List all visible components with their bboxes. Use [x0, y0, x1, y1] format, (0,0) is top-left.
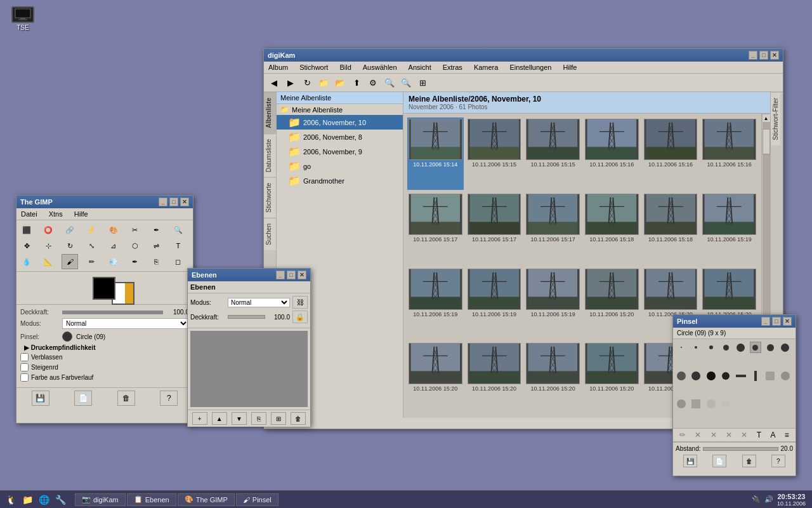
- tool-airbrush[interactable]: 💨: [105, 254, 122, 269]
- tool-measure[interactable]: 📐: [40, 254, 56, 269]
- photo-thumb[interactable]: 10.11.2006 15:17: [466, 192, 523, 265]
- tool-scissors[interactable]: ✂: [127, 222, 143, 237]
- tool-pencil[interactable]: ✏: [83, 254, 100, 269]
- help-button[interactable]: ?: [160, 391, 178, 406]
- zoom-in-button[interactable]: 🔍: [382, 75, 397, 90]
- menu-xtns[interactable]: Xtns: [47, 210, 65, 218]
- menu-extras[interactable]: Extras: [441, 63, 464, 72]
- photo-thumb[interactable]: 10.11.2006 15:16: [643, 117, 699, 190]
- menu-stichwort[interactable]: Stichwort: [298, 63, 330, 72]
- btn-action-8[interactable]: ≡: [785, 431, 789, 439]
- menu-auswaehlen[interactable]: Auswählen: [361, 63, 399, 72]
- brush-dot-18[interactable]: [690, 398, 702, 410]
- photo-thumb[interactable]: 10.11.2006 15:16: [584, 117, 640, 190]
- tool-ellipse-select[interactable]: ⭕: [40, 222, 56, 237]
- brush-dot-1[interactable]: [676, 342, 687, 353]
- duplicate-button[interactable]: ⎘: [251, 412, 266, 425]
- photo-thumb[interactable]: 10.11.2006 15:15: [466, 117, 523, 190]
- tab-albenliste[interactable]: Albenliste: [264, 92, 276, 133]
- btn-action-2[interactable]: ✕: [695, 431, 701, 439]
- btn-action-4[interactable]: ✕: [726, 431, 732, 439]
- pinsel-del[interactable]: 🗑: [742, 455, 756, 467]
- gimp-minimize[interactable]: _: [159, 197, 167, 206]
- tab-suchen[interactable]: Suchen: [264, 218, 276, 250]
- tool-rect-select[interactable]: ⬛: [18, 222, 35, 237]
- tool-color-picker[interactable]: 💧: [18, 254, 35, 269]
- filter-tab[interactable]: Stichwort-Filter: [771, 92, 780, 145]
- ebenen-maximize[interactable]: □: [287, 271, 296, 279]
- abstand-slider[interactable]: [703, 447, 778, 451]
- ebenen-minimize[interactable]: _: [276, 271, 285, 279]
- scroll-up[interactable]: ▲: [762, 114, 771, 123]
- files-icon[interactable]: 📁: [20, 493, 34, 507]
- taskbar-gimp[interactable]: 🎨 The GIMP: [178, 493, 235, 506]
- brush-dot-10[interactable]: [690, 370, 702, 382]
- pinsel-new[interactable]: 📄: [712, 455, 726, 467]
- ebenen-close[interactable]: ✕: [298, 271, 306, 279]
- photo-thumb[interactable]: 10.11.2006 15:20: [584, 267, 640, 340]
- brush-dot-9[interactable]: [676, 370, 687, 382]
- refresh-button[interactable]: ↻: [299, 75, 315, 90]
- move-up-button[interactable]: ▲: [212, 412, 227, 425]
- photo-thumb[interactable]: 10.11.2006 15:20: [407, 342, 464, 414]
- move-down-button[interactable]: ▼: [232, 412, 247, 425]
- upload-button[interactable]: ⬆: [349, 75, 364, 90]
- photo-thumb[interactable]: 10.11.2006 15:19: [407, 267, 464, 340]
- browser-icon[interactable]: 🌐: [37, 493, 51, 507]
- brush-dot-2[interactable]: [690, 342, 702, 353]
- taskbar-pinsel[interactable]: 🖌 Pinsel: [236, 493, 278, 506]
- prefs-button[interactable]: ⚙: [365, 75, 381, 90]
- brush-dot-17[interactable]: [676, 398, 687, 410]
- photo-thumb[interactable]: 10.11.2006 15:20: [584, 342, 640, 414]
- tab-datumsliste[interactable]: Datumsliste: [264, 133, 276, 177]
- btn-action-7[interactable]: A: [770, 431, 775, 439]
- pinsel-save[interactable]: 💾: [683, 455, 697, 467]
- tool-rotate[interactable]: ↻: [62, 238, 78, 253]
- album-nov8[interactable]: 📁 2006, November, 8: [277, 130, 403, 144]
- new-button[interactable]: 📄: [74, 391, 92, 406]
- tool-paintbrush[interactable]: 🖌: [62, 254, 78, 269]
- scroll-thumb[interactable]: [763, 129, 770, 154]
- brush-dot-4[interactable]: [720, 342, 731, 353]
- photo-thumb[interactable]: 10.11.2006 15:19: [701, 192, 757, 265]
- pinsel-help[interactable]: ?: [771, 455, 785, 467]
- album-go[interactable]: 📁 go: [277, 159, 403, 173]
- back-button[interactable]: ◀: [266, 75, 282, 90]
- zoom-out-button[interactable]: 🔍: [398, 75, 414, 90]
- merge-button[interactable]: ⊞: [271, 412, 286, 425]
- brush-dot-16[interactable]: [780, 370, 791, 382]
- tool-text[interactable]: T: [170, 238, 187, 253]
- deckkraft-slider-e[interactable]: [228, 315, 265, 319]
- menu-einstellungen[interactable]: Einstellungen: [508, 63, 553, 72]
- start-icon[interactable]: 🐧: [4, 493, 18, 507]
- btn-action-1[interactable]: ✏: [679, 431, 686, 439]
- desktop-icon-tse[interactable]: TSE: [11, 6, 34, 31]
- verblassen-checkbox[interactable]: [20, 353, 29, 361]
- digikam-titlebar[interactable]: digiKam _ □ ✕: [264, 49, 783, 62]
- photo-thumb[interactable]: 10.11.2006 15:18: [584, 192, 640, 265]
- brush-dot-15[interactable]: [764, 370, 776, 382]
- photo-thumb[interactable]: 10.11.2006 15:17: [525, 192, 581, 265]
- tool-eraser[interactable]: ◻: [170, 254, 187, 269]
- tool-lasso[interactable]: 🔗: [62, 222, 78, 237]
- menu-album[interactable]: Album: [266, 63, 290, 72]
- menu-kamera[interactable]: Kamera: [472, 63, 501, 72]
- del-layer-button[interactable]: 🗑: [291, 412, 306, 425]
- menu-hilfe[interactable]: Hilfe: [561, 63, 579, 72]
- taskbar-ebenen[interactable]: 📋 Ebenen: [127, 493, 176, 506]
- photo-thumb[interactable]: 10.11.2006 15:14: [407, 117, 464, 190]
- brush-dot-19[interactable]: [705, 398, 717, 410]
- btn-action-5[interactable]: ✕: [741, 431, 747, 439]
- delete-button[interactable]: 🗑: [117, 391, 135, 406]
- brush-dot-14[interactable]: [750, 370, 761, 382]
- brush-dot-6[interactable]: [750, 342, 761, 353]
- menu-ansicht[interactable]: Ansicht: [407, 63, 433, 72]
- album-nov10[interactable]: 📁 2006, November, 10: [277, 115, 403, 130]
- modus-select[interactable]: Normal: [62, 318, 189, 329]
- menu-bild[interactable]: Bild: [337, 63, 353, 72]
- farbe-checkbox[interactable]: [20, 373, 29, 382]
- photo-thumb[interactable]: 10.11.2006 15:19: [525, 267, 581, 340]
- album-root[interactable]: 📁 Meine Albenliste: [277, 104, 403, 115]
- ebenen-titlebar[interactable]: Ebenen _ □ ✕: [188, 269, 310, 281]
- deckkraft-slider[interactable]: [62, 311, 163, 314]
